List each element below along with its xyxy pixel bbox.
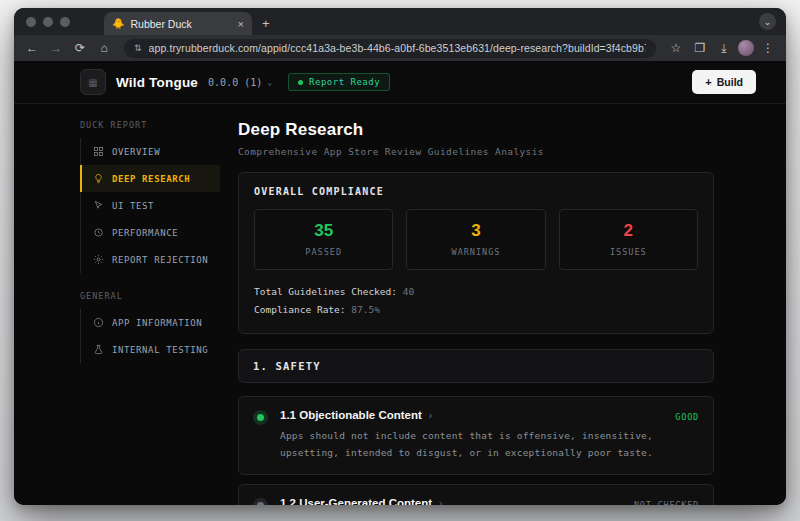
chevron-right-icon[interactable]: ›: [439, 498, 442, 505]
tab-close-icon[interactable]: ×: [238, 18, 244, 30]
badge-label: Report Ready: [309, 77, 380, 87]
guideline-status: GOOD: [675, 412, 699, 461]
clock-icon: [93, 227, 104, 238]
stat-passed-value: 35: [255, 221, 392, 241]
tab-title: Rubber Duck: [130, 18, 231, 30]
stat-warnings-label: WARNINGS: [407, 247, 544, 257]
url-bar[interactable]: ⇅ app.tryrubberduck.com/appid/ccc41a3a-b…: [124, 39, 656, 58]
sidebar-item-label: DEEP RESEARCH: [112, 174, 190, 184]
total-guidelines-value: 40: [403, 286, 414, 297]
reload-icon[interactable]: ⟳: [70, 41, 90, 55]
sidebar-item-report-rejection[interactable]: REPORT REJECTION: [80, 246, 220, 273]
app-name: Wild Tongue: [116, 75, 198, 90]
guideline-status: NOT CHECKED: [634, 500, 699, 505]
compliance-stats: 35 PASSED 3 WARNINGS 2 ISSUES: [254, 209, 698, 270]
cursor-icon: [93, 200, 104, 211]
stat-passed: 35 PASSED: [254, 209, 393, 270]
info-icon: [93, 317, 104, 328]
sidebar-item-performance[interactable]: PERFORMANCE: [80, 219, 220, 246]
tab-search-chevron-icon[interactable]: ⌄: [759, 13, 776, 30]
sidebar-item-label: REPORT REJECTION: [112, 255, 208, 265]
sidebar-section-duck-report: DUCK REPORT: [80, 120, 220, 130]
tab-strip: 🐥 Rubber Duck × + ⌄: [14, 8, 786, 35]
url-text: app.tryrubberduck.com/appid/ccc41a3a-be3…: [149, 42, 646, 54]
total-guidelines-row: Total Guidelines Checked: 40: [254, 283, 698, 301]
version-selector[interactable]: 0.0.0 (1) ⌄: [208, 77, 272, 88]
maximize-window-button[interactable]: [60, 17, 70, 27]
compliance-rate-label: Compliance Rate:: [254, 304, 346, 315]
site-settings-icon[interactable]: ⇅: [134, 43, 142, 53]
close-window-button[interactable]: [26, 17, 36, 27]
overall-compliance-card: OVERALL COMPLIANCE 35 PASSED 3 WARNINGS …: [238, 172, 714, 334]
app-icon: ▦: [80, 69, 106, 95]
new-tab-button[interactable]: +: [262, 16, 270, 31]
page-subtitle: Comprehensive App Store Review Guideline…: [238, 146, 714, 157]
build-button[interactable]: + Build: [692, 70, 756, 94]
sidebar-item-label: APP INFORMATION: [112, 318, 202, 328]
window-controls: [14, 8, 80, 35]
back-icon[interactable]: ←: [22, 41, 42, 55]
sidebar-item-deep-research[interactable]: DEEP RESEARCH: [80, 165, 220, 192]
stat-warnings-value: 3: [407, 221, 544, 241]
compliance-card-title: OVERALL COMPLIANCE: [254, 186, 698, 197]
duck-favicon-icon: 🐥: [112, 19, 124, 29]
sidebar-nav-duck-report: OVERVIEW DEEP RESEARCH UI TEST PERFORMAN…: [80, 138, 220, 273]
stat-passed-label: PASSED: [255, 247, 392, 257]
section-title: 1. SAFETY: [253, 360, 699, 372]
bulb-icon: [93, 173, 104, 184]
sidebar-section-general: GENERAL: [80, 291, 220, 301]
profile-avatar[interactable]: [738, 40, 754, 56]
compliance-rate-row: Compliance Rate: 87.5%: [254, 301, 698, 319]
menu-dots-icon[interactable]: ⋮: [758, 41, 778, 55]
home-icon[interactable]: ⌂: [94, 41, 114, 55]
gear-icon: [93, 254, 104, 265]
sidebar-item-label: PERFORMANCE: [112, 228, 178, 238]
browser-toolbar: ← → ⟳ ⌂ ⇅ app.tryrubberduck.com/appid/cc…: [14, 35, 786, 61]
guideline-card-1-2: 1.2 User-Generated Content › Apps with u…: [238, 484, 714, 505]
browser-window: 🐥 Rubber Duck × + ⌄ ← → ⟳ ⌂ ⇅ app.tryrub…: [14, 8, 786, 505]
sidebar-item-overview[interactable]: OVERVIEW: [80, 138, 220, 165]
status-neutral-icon: [253, 498, 268, 505]
compliance-totals: Total Guidelines Checked: 40 Compliance …: [254, 283, 698, 319]
guideline-title[interactable]: 1.1 Objectionable Content: [280, 409, 422, 421]
main-content: Deep Research Comprehensive App Store Re…: [220, 104, 786, 505]
sidebar: DUCK REPORT OVERVIEW DEEP RESEARCH UI TE…: [14, 104, 220, 505]
grid-icon: [93, 146, 104, 157]
minimize-window-button[interactable]: [43, 17, 53, 27]
sidebar-item-label: OVERVIEW: [112, 147, 160, 157]
total-guidelines-label: Total Guidelines Checked:: [254, 286, 397, 297]
guideline-title[interactable]: 1.2 User-Generated Content: [280, 497, 432, 505]
bookmark-star-icon[interactable]: ☆: [666, 41, 686, 55]
side-panel-icon[interactable]: ❐: [690, 41, 710, 55]
version-label: 0.0.0 (1): [208, 77, 262, 88]
app-header: ▦ Wild Tongue 0.0.0 (1) ⌄ Report Ready +…: [14, 61, 786, 104]
chevron-right-icon[interactable]: ›: [429, 410, 432, 421]
plus-icon: +: [705, 76, 711, 88]
sidebar-item-label: INTERNAL TESTING: [112, 345, 208, 355]
download-icon[interactable]: ⤓: [714, 41, 734, 55]
sidebar-nav-general: APP INFORMATION INTERNAL TESTING: [80, 309, 220, 363]
build-button-label: Build: [717, 76, 743, 88]
sidebar-item-app-information[interactable]: APP INFORMATION: [80, 309, 220, 336]
page-title: Deep Research: [238, 120, 714, 140]
chevron-down-icon: ⌄: [267, 78, 272, 87]
app-body: DUCK REPORT OVERVIEW DEEP RESEARCH UI TE…: [14, 104, 786, 505]
stat-issues: 2 ISSUES: [559, 209, 698, 270]
sidebar-item-ui-test[interactable]: UI TEST: [80, 192, 220, 219]
stat-issues-value: 2: [560, 221, 697, 241]
browser-tab[interactable]: 🐥 Rubber Duck ×: [104, 12, 252, 35]
status-dot-icon: [298, 80, 303, 85]
section-header-safety: 1. SAFETY: [238, 349, 714, 383]
compliance-rate-value: 87.5%: [351, 304, 380, 315]
guideline-card-1-1: 1.1 Objectionable Content › Apps should …: [238, 396, 714, 475]
flask-icon: [93, 344, 104, 355]
guideline-description: Apps should not include content that is …: [280, 428, 663, 461]
sidebar-item-internal-testing[interactable]: INTERNAL TESTING: [80, 336, 220, 363]
stat-warnings: 3 WARNINGS: [406, 209, 545, 270]
status-good-icon: [253, 410, 268, 425]
guideline-list: 1.1 Objectionable Content › Apps should …: [238, 396, 714, 505]
sidebar-item-label: UI TEST: [112, 201, 154, 211]
forward-icon[interactable]: →: [46, 41, 66, 55]
stat-issues-label: ISSUES: [560, 247, 697, 257]
report-ready-badge: Report Ready: [288, 73, 390, 91]
